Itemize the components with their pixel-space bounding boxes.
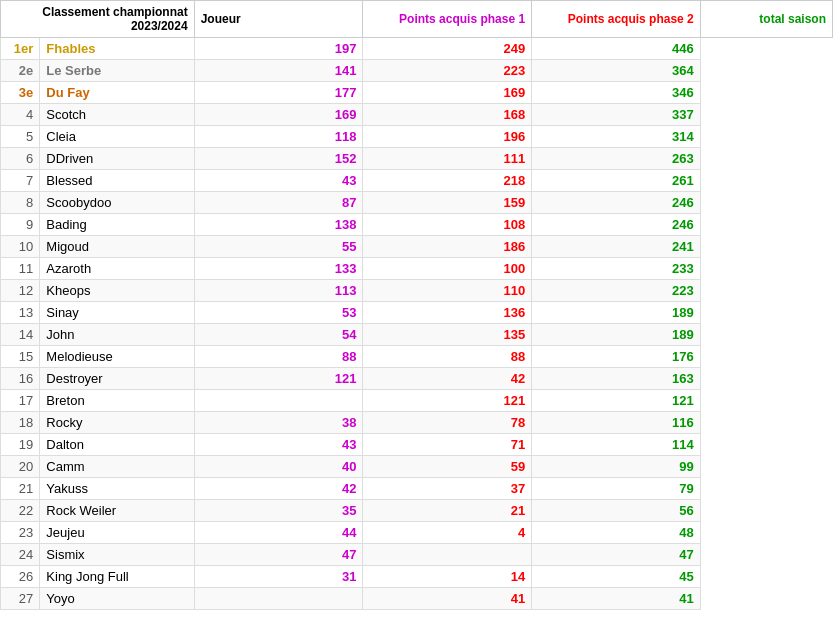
rank-cell: 27 bbox=[1, 588, 40, 610]
p2-cell: 249 bbox=[363, 38, 532, 60]
table-row: 21Yakuss423779 bbox=[1, 478, 833, 500]
rank-cell: 3e bbox=[1, 82, 40, 104]
table-row: 17Breton121121 bbox=[1, 390, 833, 412]
player-cell: Blessed bbox=[40, 170, 194, 192]
table-row: 7Blessed43218261 bbox=[1, 170, 833, 192]
p2-cell: 42 bbox=[363, 368, 532, 390]
player-cell: Camm bbox=[40, 456, 194, 478]
table-row: 4Scotch169168337 bbox=[1, 104, 833, 126]
rank-cell: 16 bbox=[1, 368, 40, 390]
total-cell: 446 bbox=[532, 38, 701, 60]
player-cell: Scotch bbox=[40, 104, 194, 126]
player-cell: Sinay bbox=[40, 302, 194, 324]
player-cell: Scoobydoo bbox=[40, 192, 194, 214]
total-cell: 121 bbox=[532, 390, 701, 412]
p2-cell: 223 bbox=[363, 60, 532, 82]
rank-cell: 24 bbox=[1, 544, 40, 566]
player-cell: Fhables bbox=[40, 38, 194, 60]
rank-cell: 12 bbox=[1, 280, 40, 302]
player-cell: Rocky bbox=[40, 412, 194, 434]
total-cell: 116 bbox=[532, 412, 701, 434]
table-row: 3eDu Fay177169346 bbox=[1, 82, 833, 104]
table-row: 5Cleia118196314 bbox=[1, 126, 833, 148]
p2-cell: 110 bbox=[363, 280, 532, 302]
p2-cell: 169 bbox=[363, 82, 532, 104]
p2-cell: 4 bbox=[363, 522, 532, 544]
table-row: 26King Jong Full311445 bbox=[1, 566, 833, 588]
p1-cell: 152 bbox=[194, 148, 363, 170]
p1-cell: 121 bbox=[194, 368, 363, 390]
total-cell: 246 bbox=[532, 192, 701, 214]
table-row: 23Jeujeu44448 bbox=[1, 522, 833, 544]
total-cell: 48 bbox=[532, 522, 701, 544]
player-cell: Migoud bbox=[40, 236, 194, 258]
player-cell: Breton bbox=[40, 390, 194, 412]
player-cell: Melodieuse bbox=[40, 346, 194, 368]
rank-cell: 18 bbox=[1, 412, 40, 434]
p2-cell: 21 bbox=[363, 500, 532, 522]
p2-cell: 159 bbox=[363, 192, 532, 214]
table-row: 12Kheops113110223 bbox=[1, 280, 833, 302]
p1-cell: 87 bbox=[194, 192, 363, 214]
p1-cell: 88 bbox=[194, 346, 363, 368]
rank-cell: 13 bbox=[1, 302, 40, 324]
table-row: 10Migoud55186241 bbox=[1, 236, 833, 258]
p1-cell: 169 bbox=[194, 104, 363, 126]
table-row: 8Scoobydoo87159246 bbox=[1, 192, 833, 214]
total-cell: 314 bbox=[532, 126, 701, 148]
p2-cell: 168 bbox=[363, 104, 532, 126]
table-row: 2eLe Serbe141223364 bbox=[1, 60, 833, 82]
rank-cell: 19 bbox=[1, 434, 40, 456]
total-cell: 56 bbox=[532, 500, 701, 522]
rank-cell: 17 bbox=[1, 390, 40, 412]
table-row: 24Sismix4747 bbox=[1, 544, 833, 566]
player-cell: Du Fay bbox=[40, 82, 194, 104]
rank-cell: 10 bbox=[1, 236, 40, 258]
rank-cell: 6 bbox=[1, 148, 40, 170]
p2-cell: 186 bbox=[363, 236, 532, 258]
p1-cell: 141 bbox=[194, 60, 363, 82]
total-cell: 233 bbox=[532, 258, 701, 280]
table-row: 6DDriven152111263 bbox=[1, 148, 833, 170]
rank-cell: 11 bbox=[1, 258, 40, 280]
p1-cell bbox=[194, 588, 363, 610]
p2-cell: 135 bbox=[363, 324, 532, 346]
table-row: 14John54135189 bbox=[1, 324, 833, 346]
total-cell: 346 bbox=[532, 82, 701, 104]
header-p2: Points acquis phase 2 bbox=[532, 1, 701, 38]
player-cell: Bading bbox=[40, 214, 194, 236]
p1-cell: 43 bbox=[194, 434, 363, 456]
p1-cell: 47 bbox=[194, 544, 363, 566]
total-cell: 364 bbox=[532, 60, 701, 82]
p2-cell: 59 bbox=[363, 456, 532, 478]
p1-cell: 197 bbox=[194, 38, 363, 60]
p1-cell: 54 bbox=[194, 324, 363, 346]
table-row: 11Azaroth133100233 bbox=[1, 258, 833, 280]
total-cell: 99 bbox=[532, 456, 701, 478]
rankings-table: Classement championnat 2023/2024 Joueur … bbox=[0, 0, 833, 610]
total-cell: 79 bbox=[532, 478, 701, 500]
p1-cell: 133 bbox=[194, 258, 363, 280]
player-cell: Jeujeu bbox=[40, 522, 194, 544]
total-cell: 261 bbox=[532, 170, 701, 192]
total-cell: 223 bbox=[532, 280, 701, 302]
player-cell: Azaroth bbox=[40, 258, 194, 280]
player-cell: Destroyer bbox=[40, 368, 194, 390]
p2-cell: 78 bbox=[363, 412, 532, 434]
total-cell: 45 bbox=[532, 566, 701, 588]
p1-cell bbox=[194, 390, 363, 412]
player-cell: Yoyo bbox=[40, 588, 194, 610]
rank-cell: 1er bbox=[1, 38, 40, 60]
player-cell: Yakuss bbox=[40, 478, 194, 500]
p2-cell: 41 bbox=[363, 588, 532, 610]
p1-cell: 42 bbox=[194, 478, 363, 500]
table-row: 18Rocky3878116 bbox=[1, 412, 833, 434]
rank-cell: 22 bbox=[1, 500, 40, 522]
player-cell: King Jong Full bbox=[40, 566, 194, 588]
rank-cell: 5 bbox=[1, 126, 40, 148]
p1-cell: 31 bbox=[194, 566, 363, 588]
p2-cell: 121 bbox=[363, 390, 532, 412]
rank-cell: 4 bbox=[1, 104, 40, 126]
rank-cell: 20 bbox=[1, 456, 40, 478]
table-row: 22Rock Weiler352156 bbox=[1, 500, 833, 522]
